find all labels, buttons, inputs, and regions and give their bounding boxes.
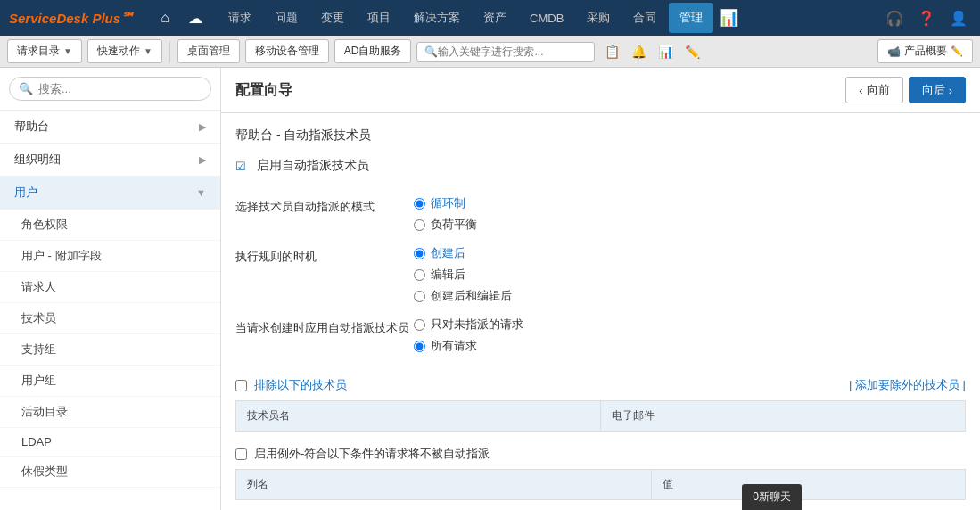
apply-radio-label-1: 只对未指派的请求	[431, 317, 523, 333]
timing-label: 执行规则的时机	[235, 242, 414, 313]
exclude-checkbox[interactable]	[235, 380, 247, 391]
apply-option-all: 所有请求	[414, 338, 966, 354]
sidebar-search-box[interactable]: 🔍	[9, 77, 211, 101]
sidebar-item-user-groups[interactable]: 用户组	[0, 366, 220, 397]
sidebar-item-active-directory-label: 活动目录	[21, 405, 68, 418]
timing-radio-2[interactable]	[414, 269, 425, 281]
timing-radio-3[interactable]	[414, 291, 425, 302]
sidebar-item-technicians[interactable]: 技术员	[0, 303, 220, 334]
apply-radio-label-2: 所有请求	[431, 338, 477, 354]
sidebar-item-leave-types[interactable]: 休假类型	[0, 457, 220, 488]
exclude-checkbox-label[interactable]: 排除以下的技术员	[254, 377, 347, 393]
toolbar-right: 📹 产品概要 ✏️	[877, 39, 973, 63]
camera-icon: 📹	[887, 45, 901, 58]
nav-item-solutions[interactable]: 解决方案	[403, 3, 471, 33]
exception-section: 启用例外-符合以下条件的请求将不被自动指派 列名 值	[235, 446, 966, 500]
enable-checkbox-row: ☑ 启用自动指派技术员	[235, 158, 966, 174]
search-box[interactable]: 🔍	[416, 42, 595, 62]
product-overview-button[interactable]: 📹 产品概要 ✏️	[877, 39, 973, 63]
timing-option-after-edit: 编辑后	[414, 267, 966, 283]
grid-icon[interactable]: 📊	[654, 40, 677, 63]
nav-item-admin[interactable]: 管理	[669, 3, 713, 33]
dropdown-arrow: ▼	[63, 46, 72, 56]
nav-item-contracts[interactable]: 合同	[622, 3, 667, 33]
mode-option-round-robin: 循环制	[414, 195, 966, 211]
desktop-mgmt-label: 桌面管理	[187, 44, 230, 59]
nav-items-list: 请求 问题 变更 项目 解决方案 资产 CMDB 采购 合同 管理 📊	[218, 3, 882, 33]
sidebar-item-user-fields-label: 用户 - 附加字段	[21, 249, 102, 262]
timing-radio-label-2: 编辑后	[431, 267, 465, 283]
sidebar-item-org[interactable]: 组织明细 ▶	[0, 144, 220, 177]
columns-table: 列名 值	[235, 469, 966, 500]
sidebar-item-active-directory[interactable]: 活动目录	[0, 397, 220, 428]
next-button[interactable]: 向后 ›	[909, 77, 966, 103]
bell-icon[interactable]: 🔔	[627, 40, 650, 63]
timing-option-after-create: 创建后	[414, 245, 966, 261]
sidebar-item-requesters[interactable]: 请求人	[0, 272, 220, 303]
quick-action-button[interactable]: 快速动作 ▼	[87, 39, 162, 63]
toolbar-extra-icons: 📋 🔔 📊 ✏️	[600, 40, 704, 63]
nav-item-problems[interactable]: 问题	[264, 3, 309, 33]
logo-text: ServiceDesk Plus	[9, 11, 120, 26]
sidebar-item-helpdesk-label: 帮助台	[14, 119, 49, 135]
mode-radio-1[interactable]	[414, 198, 425, 210]
nav-item-assets[interactable]: 资产	[473, 3, 517, 33]
apply-radio-1[interactable]	[414, 319, 425, 331]
timing-section: 执行规则的时机 创建后 编辑后 创建后和编辑后	[235, 242, 966, 313]
timing-option-both: 创建后和编辑后	[414, 288, 966, 304]
cloud-icon[interactable]: ☁	[182, 4, 209, 31]
sidebar-search-input[interactable]	[38, 82, 202, 95]
nav-item-cmdb[interactable]: CMDB	[519, 4, 574, 32]
product-overview-label: 产品概要	[904, 44, 947, 59]
nav-buttons: ‹ 向前 向后 ›	[845, 77, 966, 103]
sidebar-item-helpdesk[interactable]: 帮助台 ▶	[0, 111, 220, 144]
apply-option-unassigned: 只对未指派的请求	[414, 317, 966, 333]
timing-radio-1[interactable]	[414, 248, 425, 259]
user-icon[interactable]: 👤	[946, 5, 971, 30]
nav-item-purchase[interactable]: 采购	[576, 3, 621, 33]
sidebar-item-org-label: 组织明细	[14, 152, 61, 168]
chat-notification-text: 0新聊天	[753, 490, 791, 503]
nav-item-changes[interactable]: 变更	[310, 3, 355, 33]
clipboard-icon[interactable]: 📋	[600, 40, 623, 63]
mode-radio-label-1: 循环制	[431, 195, 465, 211]
exclude-checkbox-row: 排除以下的技术员	[235, 377, 347, 393]
content-area: 配置向导 ‹ 向前 向后 › 帮助台 - 自动指派技术员 ☑ 启用自动指派技术员	[221, 68, 980, 510]
chevron-right-nav-icon: ›	[949, 84, 952, 97]
chevron-left-icon: ‹	[859, 84, 862, 97]
sidebar-item-roles[interactable]: 角色权限	[0, 210, 220, 241]
search-input[interactable]	[438, 45, 581, 58]
exception-label: 启用例外-符合以下条件的请求将不被自动指派	[254, 446, 490, 462]
mode-radio-2[interactable]	[414, 219, 425, 231]
prev-button[interactable]: ‹ 向前	[845, 77, 902, 103]
apply-radio-2[interactable]	[414, 341, 425, 352]
exception-checkbox[interactable]	[235, 448, 247, 460]
help-icon[interactable]: ❓	[914, 5, 939, 30]
nav-item-reports[interactable]: 📊	[715, 4, 742, 31]
request-menu-button[interactable]: 请求目录 ▼	[7, 39, 82, 63]
logo-plus: ℠	[120, 10, 134, 26]
sidebar-item-support-groups[interactable]: 支持组	[0, 334, 220, 366]
desktop-mgmt-button[interactable]: 桌面管理	[177, 39, 240, 63]
nav-item-projects[interactable]: 项目	[357, 3, 401, 33]
mobile-mgmt-button[interactable]: 移动设备管理	[245, 39, 329, 63]
sidebar-item-users[interactable]: 用户 ▼	[0, 177, 220, 210]
home-icon[interactable]: ⌂	[152, 4, 178, 31]
sidebar-item-technicians-label: 技术员	[21, 311, 56, 325]
star-icon[interactable]: ✏️	[680, 40, 704, 63]
exclude-section: 排除以下的技术员 | 添加要除外的技术员 | 技术员名 电子邮件	[235, 377, 966, 432]
chevron-right-icon2: ▶	[199, 154, 206, 166]
sidebar-item-user-fields[interactable]: 用户 - 附加字段	[0, 241, 220, 272]
chat-notification[interactable]: 0新聊天	[742, 484, 802, 510]
next-label: 向后	[922, 82, 945, 98]
sidebar: 🔍 帮助台 ▶ 组织明细 ▶ 用户 ▼ 角色权限 用户 - 附加字段 请求人 技…	[0, 68, 221, 510]
columns-table-header-val: 值	[652, 470, 966, 500]
ad-service-button[interactable]: AD自助服务	[334, 39, 412, 63]
exclude-table-header-name: 技术员名	[236, 401, 601, 432]
app-logo: ServiceDesk Plus ℠	[9, 10, 134, 26]
nav-item-requests[interactable]: 请求	[218, 3, 262, 33]
add-exclude-link[interactable]: | 添加要除外的技术员 |	[849, 377, 966, 393]
mobile-mgmt-label: 移动设备管理	[255, 44, 319, 59]
headset-icon[interactable]: 🎧	[882, 5, 907, 30]
sidebar-item-ldap[interactable]: LDAP	[0, 428, 220, 457]
